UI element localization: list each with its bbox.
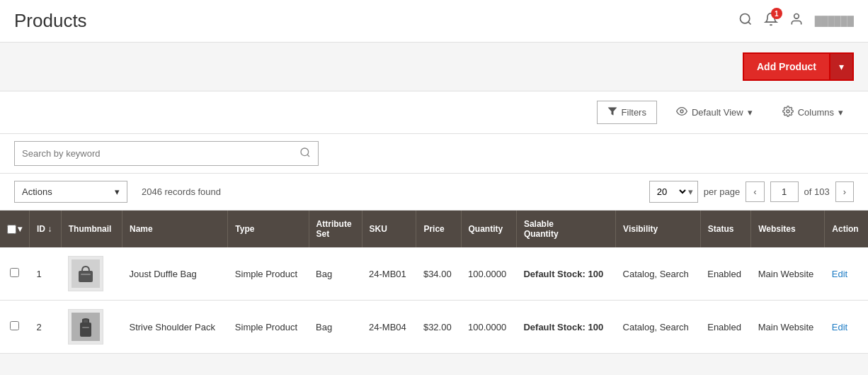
row-checkbox[interactable] [10,268,19,277]
records-count: 2046 records found [142,186,221,197]
row-id: 1 [30,247,62,301]
actions-arrow-icon: ▾ [115,186,120,197]
th-type: Type [228,211,309,247]
actions-label: Actions [22,186,52,197]
row-websites: Main Website [751,301,825,354]
th-name: Name [122,211,227,247]
th-status: Status [700,211,751,247]
search-button[interactable] [738,12,753,30]
svg-point-3 [680,110,683,113]
page-header: Products 1 ██████ [0,0,868,43]
row-salable-quantity: Default Stock: 100 [516,247,615,301]
search-input[interactable] [22,148,299,159]
default-view-label: Default View [692,107,743,118]
default-view-button[interactable]: Default View ▾ [666,100,763,125]
per-page-dropdown-arrow: ▾ [688,186,697,197]
row-price: $34.00 [416,247,461,301]
th-visibility: Visibility [616,211,701,247]
product-thumbnail-image [68,309,103,345]
filters-button[interactable]: Filters [597,101,657,124]
table-row: 2 Strive Shoulder Pack Simple Product Ba… [0,301,868,354]
th-quantity: Quantity [461,211,516,247]
row-checkbox-cell [0,247,30,301]
pagination-next-button[interactable]: › [835,181,854,202]
actions-dropdown-group: Actions ▾ [14,181,127,203]
row-attribute-set: Bag [309,301,362,354]
per-page-select-group: 20 30 50 100 ▾ [649,181,698,203]
search-row [0,134,868,174]
row-name: Joust Duffle Bag [122,247,227,301]
view-chevron-icon: ▾ [748,107,753,118]
th-id: ID ↓ [30,211,62,247]
select-all-checkbox[interactable] [7,225,16,234]
th-checkbox: ▾ [0,211,30,247]
user-icon [789,15,804,29]
add-product-dropdown-button[interactable]: ▾ [830,52,854,81]
svg-rect-11 [80,323,91,337]
row-status: Enabled [700,247,751,301]
filter-icon [607,106,617,118]
columns-button[interactable]: Columns ▾ [772,100,854,125]
edit-link[interactable]: Edit [832,322,847,332]
row-type: Simple Product [228,247,309,301]
row-id: 2 [30,301,62,354]
row-action: Edit [825,247,868,301]
search-icon [299,147,311,160]
actions-row: Actions ▾ 2046 records found 20 30 50 10… [0,174,868,211]
columns-chevron-icon: ▾ [838,107,843,118]
product-thumbnail-image [68,256,103,291]
svg-point-5 [301,148,309,156]
chevron-left-icon: ‹ [753,186,756,197]
row-quantity: 100.0000 [461,247,516,301]
current-page: 1 [770,181,799,202]
eye-icon [676,106,687,119]
pagination-controls: 20 30 50 100 ▾ per page ‹ 1 of 103 › [649,181,854,203]
row-status: Enabled [700,301,751,354]
search-box-container [14,141,319,166]
th-price: Price [416,211,461,247]
user-name-label: ██████ [815,16,854,26]
th-salable-quantity: SalableQuantity [516,211,615,247]
gear-icon [782,106,794,119]
notification-count: 1 [771,8,782,19]
row-checkbox[interactable] [10,321,19,330]
row-checkbox-cell [0,301,30,354]
th-thumbnail: Thumbnail [61,211,122,247]
products-table-container: ▾ ID ↓ Thumbnail Name Type AttributeSet … [0,211,868,354]
svg-rect-12 [82,327,89,328]
dropdown-arrow-icon: ▾ [839,61,844,72]
row-quantity: 100.0000 [461,301,516,354]
row-action: Edit [825,301,868,354]
filter-bar: Filters Default View ▾ Columns ▾ [0,91,868,134]
add-product-group: Add Product ▾ [743,52,854,81]
edit-link[interactable]: Edit [832,269,847,279]
pagination-prev-button[interactable]: ‹ [746,181,764,202]
table-row: 1 Joust Duffle Bag Simple Product Bag 24… [0,247,868,301]
th-attribute-set: AttributeSet [309,211,362,247]
svg-line-1 [748,22,751,25]
per-page-select[interactable]: 20 30 50 100 [650,181,688,202]
row-price: $32.00 [416,301,461,354]
user-menu-button[interactable] [789,12,804,30]
row-type: Simple Product [228,301,309,354]
svg-point-4 [787,110,789,113]
products-table: ▾ ID ↓ Thumbnail Name Type AttributeSet … [0,211,868,354]
svg-rect-8 [79,271,93,282]
row-attribute-set: Bag [309,247,362,301]
svg-point-0 [740,14,749,23]
row-sku: 24-MB01 [362,247,416,301]
th-websites: Websites [751,211,825,247]
add-product-button[interactable]: Add Product [743,52,830,81]
row-salable-quantity: Default Stock: 100 [516,301,615,354]
row-visibility: Catalog, Search [616,247,701,301]
notifications-button[interactable]: 1 [764,12,778,30]
row-name: Strive Shoulder Pack [122,301,227,354]
row-thumbnail [61,301,122,354]
per-page-label: per page [704,186,740,197]
row-sku: 24-MB04 [362,301,416,354]
th-action: Action [825,211,868,247]
select-all-dropdown-icon[interactable]: ▾ [18,224,22,234]
row-websites: Main Website [751,247,825,301]
th-sku: SKU [362,211,416,247]
actions-dropdown[interactable]: Actions ▾ [14,181,127,203]
